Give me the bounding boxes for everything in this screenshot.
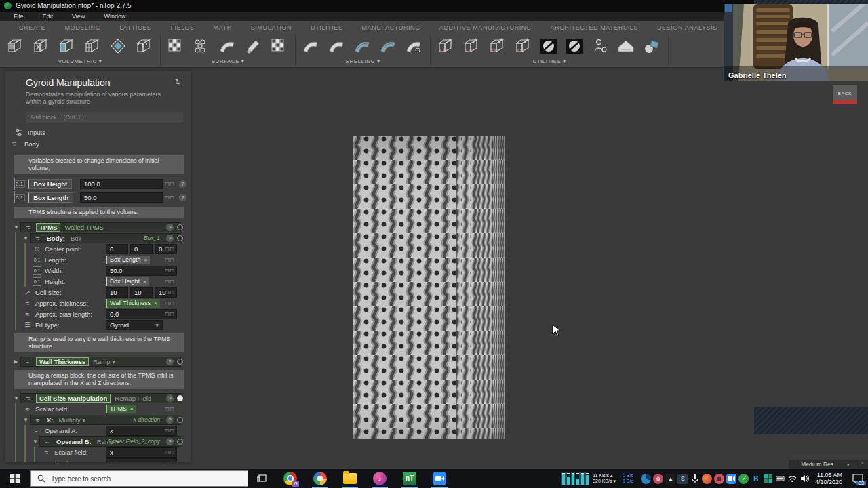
tool-icon-shell-mesh-badge[interactable]: [377, 36, 400, 58]
tray-defender-icon[interactable]: [763, 474, 773, 484]
menu-view[interactable]: View: [64, 13, 93, 20]
help-icon[interactable]: ?: [179, 194, 186, 201]
help-icon[interactable]: ?: [179, 180, 186, 188]
tool-icon-cube-x[interactable]: [30, 36, 53, 58]
chevron-down-icon[interactable]: ▼: [33, 439, 39, 445]
display-toggle[interactable]: [177, 417, 183, 423]
tool-icon-swoosh-badge[interactable]: [216, 36, 239, 58]
linked-variable-tag[interactable]: Wall Thickness×: [106, 299, 160, 308]
block-type[interactable]: Multiply ▾: [59, 416, 86, 424]
remove-tag-icon[interactable]: ×: [154, 300, 157, 306]
tab-lattices[interactable]: LATTICES: [110, 22, 161, 35]
variable-value-input[interactable]: 50.0: [80, 192, 163, 203]
help-icon[interactable]: ?: [166, 394, 174, 402]
resolution-bar[interactable]: Medium Res ▼ ⌃: [789, 460, 868, 469]
tool-icon-paint-badge[interactable]: [242, 36, 265, 58]
menu-file[interactable]: File: [5, 13, 32, 20]
linked-variable-tag[interactable]: Box Length×: [106, 256, 150, 264]
tool-icon-shell-wave[interactable]: [403, 36, 426, 58]
field-row-center-point-[interactable]: ⊕Center point:000mm: [5, 243, 191, 254]
tray-mic-icon[interactable]: [690, 474, 700, 484]
display-toggle[interactable]: [177, 224, 183, 230]
tool-icon-sphere-slash[interactable]: [564, 36, 587, 58]
field-row-operand-a-[interactable]: ≈Operand A:xmm: [5, 425, 191, 436]
toolbar-group-label[interactable]: VOLUMETRIC ▾: [58, 58, 102, 64]
tool-icon-shell[interactable]: [300, 36, 323, 58]
chevron-down-icon[interactable]: ▼: [23, 235, 30, 241]
network-monitor-widget[interactable]: [561, 472, 589, 485]
block-type[interactable]: Remap Field: [115, 394, 151, 402]
tab-create[interactable]: CREATE: [9, 22, 55, 35]
block-name[interactable]: Body:: [45, 235, 66, 242]
tool-icon-hex-badge[interactable]: [191, 36, 214, 58]
tray-steam-icon[interactable]: S: [677, 474, 688, 484]
tool-icon-cube-blue[interactable]: [56, 36, 79, 58]
field-input[interactable]: 10: [106, 287, 128, 298]
field-row-height-[interactable]: 0.1Height:Box Height×mm: [5, 276, 191, 287]
refresh-icon[interactable]: ↻: [175, 78, 184, 87]
tab-design-analysis[interactable]: DESIGN ANALYSIS: [648, 22, 727, 35]
display-toggle[interactable]: [177, 439, 183, 445]
block-row-body-[interactable]: ▼≈Body:BoxBox_1?: [5, 232, 191, 243]
tool-icon-shell-mesh[interactable]: [351, 36, 374, 58]
tab-simulation[interactable]: SIMULATION: [241, 22, 301, 35]
display-toggle[interactable]: [177, 235, 183, 241]
fill-type-dropdown[interactable]: Gyroid▾: [106, 320, 163, 330]
display-toggle[interactable]: [177, 395, 183, 401]
tool-icon-cube-arrow[interactable]: [512, 36, 535, 58]
action-center-button[interactable]: 33: [848, 469, 868, 488]
field-row-width-[interactable]: 0.1Width:50.0mm: [5, 265, 191, 276]
tool-icon-shell-badge[interactable]: [326, 36, 349, 58]
start-button[interactable]: [0, 469, 30, 488]
tool-icon-diamond-blue[interactable]: [107, 36, 130, 58]
field-input[interactable]: 10: [130, 287, 153, 298]
task-view-button[interactable]: [248, 469, 275, 488]
taskbar-app-browser[interactable]: G: [275, 469, 305, 488]
tab-additive-manufacturing[interactable]: ADDITIVE MANUFACTURING: [430, 22, 541, 35]
block-name[interactable]: Cell Size Manipulation: [36, 394, 111, 403]
toolbar-group-label[interactable]: SHELLING ▾: [346, 58, 380, 64]
chevron-down-icon[interactable]: ▽: [12, 141, 19, 147]
remove-tag-icon[interactable]: ×: [130, 406, 134, 412]
block-row-tpms[interactable]: ▼≈TPMSWalled TPMS?: [5, 222, 191, 232]
tab-utilities[interactable]: UTILITIES: [301, 22, 352, 35]
chevron-down-icon[interactable]: ▼: [846, 462, 850, 467]
field-row-in-min-[interactable]: ≈In min:0.0mm: [5, 458, 191, 462]
tool-icon-grid-badge[interactable]: [165, 36, 188, 58]
variable-value-input[interactable]: 100.0: [80, 179, 163, 189]
tab-architected-materials[interactable]: ARCHITECTED MATERIALS: [541, 22, 648, 35]
tab-manufacturing[interactable]: MANUFACTURING: [353, 22, 430, 35]
inputs-section-header[interactable]: Inputs: [15, 127, 45, 138]
tool-icon-cube-arrow[interactable]: [435, 36, 458, 58]
field-row-box-length[interactable]: 0.1Box Length50.0mm?: [5, 191, 191, 203]
chevron-up-icon[interactable]: ⌃: [856, 462, 868, 468]
taskbar-app-ntop-app[interactable]: nT: [395, 469, 425, 488]
linked-variable-tag[interactable]: TPMS×: [106, 405, 136, 413]
menu-window[interactable]: Window: [96, 13, 134, 20]
back-button[interactable]: BACK: [833, 85, 857, 104]
field-row-scalar-field-[interactable]: ≈Scalar field:xmm: [5, 447, 191, 458]
taskbar-clock[interactable]: 11:05 AM4/10/2020: [815, 472, 842, 485]
variable-name[interactable]: Box Length: [28, 192, 73, 203]
tray-wifi-icon[interactable]: [787, 474, 797, 484]
taskbar-app-file-explorer[interactable]: [335, 469, 365, 488]
tab-fields[interactable]: FIELDS: [161, 22, 203, 35]
tray-donut-icon[interactable]: [714, 474, 724, 484]
field-row-length-[interactable]: 0.1Length:Box Length×mm: [5, 254, 191, 265]
block-name[interactable]: Wall Thickness: [36, 357, 89, 366]
tool-icon-cube-dots[interactable]: [133, 36, 156, 58]
tool-icon-checker[interactable]: [268, 36, 291, 58]
help-icon[interactable]: ?: [166, 438, 174, 445]
field-row-fill-type-[interactable]: ☰Fill type:Gyroid▾: [5, 319, 191, 330]
help-icon[interactable]: ?: [166, 416, 174, 424]
add-block-input[interactable]: Add block... (Ctrl+L): [26, 112, 183, 123]
field-input[interactable]: 0: [106, 244, 128, 254]
toolbar-group-label[interactable]: UTILITIES ▾: [532, 58, 566, 64]
tray-bluetooth-icon[interactable]: B: [751, 474, 761, 484]
toolbar-group-label[interactable]: SURFACE ▾: [212, 58, 245, 64]
variable-name[interactable]: Box Height: [28, 179, 72, 189]
linked-variable-tag[interactable]: Box Height×: [106, 277, 149, 286]
help-icon[interactable]: ?: [166, 358, 174, 365]
block-row-wall-thickness[interactable]: ▶≈Wall ThicknessRamp ▾?: [5, 356, 191, 367]
tool-icon-cube-arrow[interactable]: [486, 36, 509, 58]
